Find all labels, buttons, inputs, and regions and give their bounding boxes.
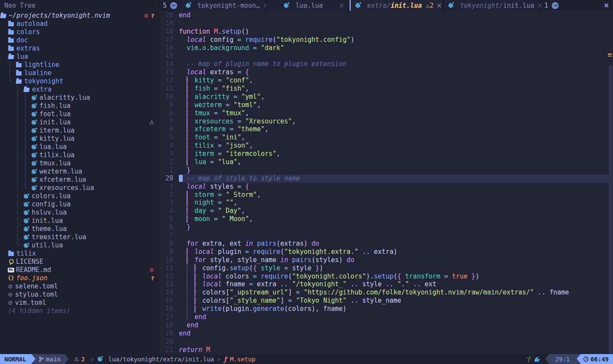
scrollbar-thumb[interactable] bbox=[609, 66, 613, 354]
tree-guide bbox=[0, 44, 8, 53]
tree-item-fish.lua[interactable]: │ │ fish.lua bbox=[0, 102, 159, 110]
tree-item-selene.toml[interactable]: ⚙selene.toml bbox=[0, 282, 159, 291]
tree-item-tilix[interactable]: tilix bbox=[0, 250, 159, 258]
tree-item-lua.lua[interactable]: │ │ lua.lua bbox=[0, 143, 159, 151]
tree-item-foot.lua[interactable]: │ │ foot.lua bbox=[0, 110, 159, 118]
token: " Storm" bbox=[226, 191, 257, 199]
tree-item-tmux.lua[interactable]: │ │ tmux.lua bbox=[0, 159, 159, 168]
token: = bbox=[218, 199, 222, 206]
editor-buffer[interactable]: 20end1918function M.setup()17 local conf… bbox=[159, 11, 613, 354]
tree-guide: │ bbox=[0, 200, 23, 209]
tree-item-util.lua[interactable]: └ util.lua bbox=[0, 241, 159, 250]
token: colors bbox=[222, 272, 253, 280]
token bbox=[179, 117, 187, 125]
tree-item-wezterm.lua[interactable]: │ │ wezterm.lua bbox=[0, 168, 159, 176]
diagnostics-warning[interactable]: ⚠ 2 bbox=[69, 354, 87, 364]
tree-item-diagnostics: ⊗ bbox=[149, 266, 154, 274]
lua-icon bbox=[32, 128, 36, 133]
tree-item-readme.md[interactable]: M↓README.md⊗ bbox=[0, 266, 159, 274]
code-line: 6 ▎ xfceterm = "theme", bbox=[159, 125, 613, 133]
code-line: 16 ▎ ▎ write(plugin.generate(colors), fn… bbox=[159, 305, 613, 313]
token bbox=[394, 280, 397, 288]
token bbox=[179, 248, 187, 256]
code-line: 17 local config = require("tokyonight.co… bbox=[159, 36, 613, 44]
token: "https://github.com/folke/tokyonight.nvi… bbox=[304, 288, 534, 296]
breadcrumb-file-path[interactable]: lua/tokyonight/extra/init.lua bbox=[97, 354, 214, 364]
token bbox=[179, 272, 187, 280]
tree-item-autoload[interactable]: autoload bbox=[0, 20, 159, 28]
tree-item--4-hidden-items-[interactable]: (4 hidden items) bbox=[0, 307, 159, 315]
token: ▎ bbox=[194, 305, 198, 313]
tree-item-label: xresources.lua bbox=[39, 184, 94, 192]
tree-item-tokyonight[interactable]: └ tokyonight bbox=[0, 77, 159, 85]
folder-closed-icon bbox=[8, 47, 14, 51]
tree-item-xfceterm.lua[interactable]: │ │ xfceterm.lua bbox=[0, 176, 159, 184]
tree-item-vim.toml[interactable]: ⚙vim.toml bbox=[0, 299, 159, 307]
token: (colors), fname) bbox=[284, 305, 347, 313]
clock: 06:49 bbox=[581, 354, 613, 364]
token: local bbox=[194, 248, 214, 256]
tab-close-icon[interactable]: × bbox=[339, 2, 344, 9]
tree-item-doc[interactable]: doc bbox=[0, 36, 159, 44]
token: , bbox=[276, 150, 280, 158]
line-number: 15 bbox=[159, 297, 179, 305]
token bbox=[191, 142, 194, 149]
nav-forward-button[interactable]: → bbox=[552, 2, 559, 9]
token: ) bbox=[350, 36, 354, 44]
close-all-button[interactable]: ✖ bbox=[600, 0, 613, 11]
nav-back-button[interactable]: ← bbox=[170, 2, 177, 9]
token: ▎ bbox=[187, 199, 191, 206]
tree-item-label: alacritty.lua bbox=[39, 94, 90, 102]
code-line: 11 ▎ fish = "fish", bbox=[159, 85, 613, 93]
tab-tokyonight-moon-[interactable]: tokyonight-moon…× bbox=[181, 0, 266, 11]
tree-item-colors[interactable]: colors bbox=[0, 28, 159, 36]
code-line: 11 ▎ ▎ config.setup({ style = style }) bbox=[159, 264, 613, 272]
tree-item-init.lua[interactable]: │ │ init.lua⚠ bbox=[0, 118, 159, 127]
tree-item-tilix.lua[interactable]: │ │ tilix.lua bbox=[0, 151, 159, 159]
tabline: 5← tokyonight-moon…× lua.lua× extra/init… bbox=[159, 0, 613, 11]
token: , bbox=[245, 85, 249, 92]
tree-item--projects-tokyonight.nvim[interactable]: ~/projects/tokyonight.nvim⊗? bbox=[0, 12, 159, 20]
tree-item-config.lua[interactable]: │ config.lua bbox=[0, 200, 159, 209]
git-branch[interactable]: main bbox=[35, 354, 65, 364]
token: "conf" bbox=[226, 76, 249, 84]
code-line: 15 bbox=[159, 52, 613, 60]
tree-item-extra[interactable]: │ extra bbox=[0, 85, 159, 94]
tree-item-license[interactable]: LICENSE bbox=[0, 258, 159, 266]
tab-init.lua[interactable]: extra/init.lua ⚠2× bbox=[349, 0, 444, 11]
tree-item-alacritty.lua[interactable]: │ │ alacritty.lua bbox=[0, 94, 159, 102]
tree-item-foo.json[interactable]: {}foo.json? bbox=[0, 274, 159, 282]
breadcrumb-symbol[interactable]: ƒ M.setup bbox=[224, 354, 255, 364]
token bbox=[214, 142, 218, 149]
tree-item-xresources.lua[interactable]: │ └ xresources.lua bbox=[0, 184, 159, 192]
token: ▎ bbox=[187, 248, 191, 256]
token bbox=[191, 93, 194, 101]
token: "yml" bbox=[241, 93, 261, 101]
tree-item-kitty.lua[interactable]: │ │ kitty.lua bbox=[0, 135, 159, 143]
code-line: 5 ▎ foot = "ini", bbox=[159, 133, 613, 142]
code-line: 6 } bbox=[159, 223, 613, 231]
tree-item-theme.lua[interactable]: │ theme.lua bbox=[0, 225, 159, 233]
tree-item-init.lua[interactable]: │ init.lua bbox=[0, 217, 159, 225]
token bbox=[280, 264, 284, 272]
tab-close-icon[interactable]: × bbox=[437, 2, 442, 9]
tab-lua.lua[interactable]: lua.lua× bbox=[266, 0, 349, 11]
tree-item-iterm.lua[interactable]: │ │ iterm.lua bbox=[0, 127, 159, 135]
code-line: 20end bbox=[159, 11, 613, 19]
tree-item-lightline[interactable]: │ lightline bbox=[0, 61, 159, 69]
tree-item-colors.lua[interactable]: │ colors.lua bbox=[0, 192, 159, 200]
tree-item-lua[interactable]: lua bbox=[0, 53, 159, 61]
tree-item-stylua.toml[interactable]: ⚙stylua.toml bbox=[0, 291, 159, 299]
tree-item-hsluv.lua[interactable]: │ hsluv.lua bbox=[0, 209, 159, 217]
token bbox=[179, 199, 187, 206]
token bbox=[179, 101, 187, 109]
token bbox=[191, 264, 194, 272]
tree-item-diagnostics: ? bbox=[151, 274, 154, 282]
line-number: 4 bbox=[159, 207, 179, 215]
tab-init.lua[interactable]: tokyonight/init.lua× bbox=[444, 0, 540, 11]
tree-item-label: theme.lua bbox=[32, 225, 67, 233]
tree-item-treesitter.lua[interactable]: │ treesitter.lua bbox=[0, 233, 159, 241]
tree-item-extras[interactable]: extras bbox=[0, 44, 159, 53]
tree-item-lualine[interactable]: │ lualine bbox=[0, 69, 159, 77]
token: "ini" bbox=[222, 133, 241, 141]
